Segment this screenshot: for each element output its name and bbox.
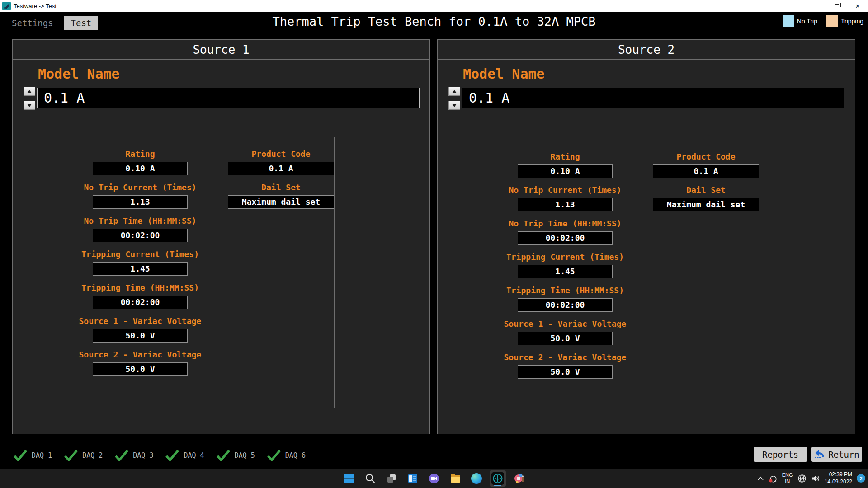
s2-spinner-up-button[interactable] [448,87,460,96]
s2-no-trip-current-label: No Trip Current (Times) [509,185,621,195]
language-line2: IN [782,479,793,485]
file-explorer-button[interactable] [447,470,463,487]
s2-tripping-time-label: Tripping Time (HH:MM:SS) [506,286,624,296]
s1-tripping-time-label: Tripping Time (HH:MM:SS) [81,283,199,293]
s2-dail-set-label: Dail Set [686,185,726,195]
s1-spinner-up-button[interactable] [24,87,35,96]
source-2-title: Source 2 [438,40,855,60]
s2-tripping-time-value[interactable]: 00:02:00 [518,298,613,312]
source-1-panel: Source 1 Model Name 0.1 A Rating0.10 A N… [12,39,430,434]
s1-tripping-time-value[interactable]: 00:02:00 [93,296,188,309]
teams-chat-button[interactable] [426,470,442,487]
s2-source1-variac-label: Source 1 - Variac Voltage [504,319,627,329]
speaker-icon[interactable] [811,474,820,483]
start-button[interactable] [341,470,357,487]
tray-time: 02:39 PM [825,471,852,479]
s1-source1-variac-value[interactable]: 50.0 V [93,329,188,343]
tray-date: 14-09-2022 [825,479,852,486]
s2-model-name-input[interactable]: 0.1 A [462,88,844,108]
source-1-title: Source 1 [13,40,429,60]
check-icon [165,450,179,461]
s2-parameters-groupbox: Rating0.10 A No Trip Current (Times)1.13… [462,140,760,393]
window-title: Testware -> Test [14,3,57,9]
down-arrow-icon [27,104,32,107]
s2-product-code-value[interactable]: 0.1 A [653,164,759,178]
daq-label: DAQ 3 [133,451,153,460]
s2-model-name-label: Model Name [463,66,545,82]
return-label: Return [828,450,859,460]
source-2-panel: Source 2 Model Name 0.1 A Rating0.10 A N… [437,39,855,434]
daq-4-indicator: DAQ 4 [165,450,204,461]
daq-1-indicator: DAQ 1 [14,450,52,461]
s2-no-trip-time-value[interactable]: 00:02:00 [518,231,613,245]
check-icon [64,450,78,461]
minimize-button[interactable] [806,0,826,12]
daq-label: DAQ 4 [184,451,204,460]
page-title: Thermal Trip Test Bench for 0.1A to 32A … [0,14,868,28]
windows-start-icon [344,473,354,484]
return-arrow-icon [814,450,825,459]
notepad-app-icon [407,473,418,484]
s1-model-name-input[interactable]: 0.1 A [37,88,420,108]
s1-rating-value[interactable]: 0.10 A [93,162,188,175]
paint-icon [514,473,525,484]
s1-left-column: Rating0.10 A No Trip Current (Times)1.13… [54,149,226,383]
s2-tripping-current-label: Tripping Current (Times) [506,252,624,262]
check-icon [267,450,281,461]
daq-label: DAQ 1 [32,451,52,460]
testware-taskbar-button[interactable] [490,470,506,487]
s1-spinner-down-button[interactable] [24,101,35,110]
s1-dail-set-value[interactable]: Maximum dail set [228,195,334,209]
task-view-icon [386,473,397,484]
notepad-app-button[interactable] [405,470,421,487]
search-button[interactable] [362,470,378,487]
s2-tripping-current-value[interactable]: 1.45 [518,265,613,278]
s2-dail-set-value[interactable]: Maximum dail set [653,198,759,211]
s1-product-code-label: Product Code [251,149,310,159]
reports-button[interactable]: Reports [754,447,807,462]
taskbar: ENG IN 02:39 PM 14-09-2022 2 [0,469,868,488]
notification-badge[interactable]: 2 [857,474,865,483]
daq-3-indicator: DAQ 3 [115,450,153,461]
s2-spinner-down-button[interactable] [448,101,460,110]
paint-button[interactable] [511,470,527,487]
taskbar-center [341,469,527,488]
s2-rating-label: Rating [550,152,580,162]
no-internet-globe-icon[interactable] [797,474,807,483]
s2-right-column: Product Code0.1 A Dail SetMaximum dail s… [652,152,760,219]
s1-product-code-value[interactable]: 0.1 A [228,162,334,175]
clock[interactable]: 02:39 PM 14-09-2022 [825,471,852,485]
s1-no-trip-current-value[interactable]: 1.13 [93,195,188,209]
edge-icon [471,473,482,484]
s2-source1-variac-value[interactable]: 50.0 V [518,332,613,345]
edge-browser-button[interactable] [468,470,485,487]
no-trip-label: No Trip [797,18,817,25]
no-trip-swatch [783,15,794,27]
s1-source1-variac-label: Source 1 - Variac Voltage [79,316,202,326]
tray-chevron-up-icon[interactable] [757,476,764,481]
down-arrow-icon [452,104,457,107]
sync-alert-icon[interactable] [769,474,778,483]
language-indicator[interactable]: ENG IN [782,472,793,485]
s1-source2-variac-value[interactable]: 50.0 V [93,362,188,376]
s1-tripping-current-value[interactable]: 1.45 [93,262,188,276]
restore-button[interactable] [826,0,847,12]
s1-parameters-groupbox: Rating0.10 A No Trip Current (Times)1.13… [37,137,335,408]
video-chat-icon [429,473,439,484]
s1-no-trip-time-value[interactable]: 00:02:00 [93,229,188,242]
check-icon [115,450,128,461]
s2-rating-value[interactable]: 0.10 A [518,164,613,178]
s2-source2-variac-value[interactable]: 50.0 V [518,365,613,379]
screen: Testware -> Test × Settings Test Thermal… [0,0,868,488]
s1-source2-variac-label: Source 2 - Variac Voltage [79,350,202,360]
task-view-button[interactable] [383,470,400,487]
s2-no-trip-current-value[interactable]: 1.13 [518,198,613,211]
s1-dail-set-label: Dail Set [261,183,301,192]
close-button[interactable]: × [847,0,868,12]
daq-2-indicator: DAQ 2 [64,450,103,461]
window-controls: × [806,0,868,12]
check-icon [14,450,27,461]
s1-model-name-spinner [24,87,35,110]
app-header: Settings Test Thermal Trip Test Bench fo… [0,12,868,30]
return-button[interactable]: Return [811,447,862,462]
